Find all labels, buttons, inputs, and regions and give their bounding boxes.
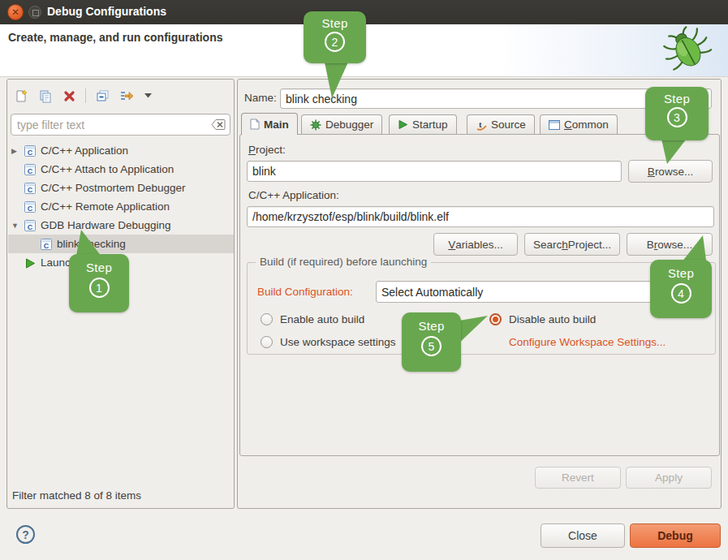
- revert-button[interactable]: Revert: [535, 467, 621, 489]
- filter-configurations-icon[interactable]: [118, 88, 135, 104]
- configurations-tree: ▶ C C/C++ Application C C/C++ Attach to …: [8, 141, 234, 272]
- variables-button[interactable]: Variables...: [433, 233, 518, 256]
- window-title: Debug Configurations: [47, 5, 166, 18]
- svg-text:C: C: [28, 166, 33, 174]
- c-application-icon: C: [41, 239, 52, 250]
- filter-input[interactable]: [17, 117, 204, 132]
- step-label: Step: [69, 261, 129, 274]
- configuration-detail-panel: Name: Main Debugger Startup t Source Com…: [237, 79, 722, 509]
- collapse-all-icon[interactable]: [94, 88, 110, 104]
- window-close-button[interactable]: ✕: [7, 4, 24, 20]
- tree-item-label: C/C++ Postmortem Debugger: [41, 182, 186, 194]
- clear-filter-icon[interactable]: [211, 118, 226, 131]
- svg-text:C: C: [28, 204, 33, 212]
- tree-item-blink-checking[interactable]: C blink checking: [8, 235, 234, 253]
- tab-main[interactable]: Main: [241, 113, 298, 135]
- main-tab-icon: [250, 118, 260, 130]
- tree-item-label: C/C++ Remote Application: [41, 200, 170, 213]
- filter-status: Filter matched 8 of 8 items: [12, 489, 141, 502]
- step-label: Step: [645, 92, 709, 106]
- delete-configuration-icon[interactable]: [61, 88, 77, 104]
- tree-item-gdb-hardware[interactable]: ▼ C GDB Hardware Debugging: [8, 216, 234, 235]
- twistie-collapsed-icon[interactable]: ▶: [11, 147, 24, 155]
- use-workspace-settings-radio[interactable]: [261, 336, 273, 348]
- tab-debugger[interactable]: Debugger: [301, 114, 382, 134]
- tree-item-label: C/C++ Application: [41, 144, 128, 157]
- tab-startup[interactable]: Startup: [389, 114, 457, 134]
- debug-button[interactable]: Debug: [630, 523, 721, 548]
- tab-label: Main: [264, 118, 289, 131]
- window-menu-button[interactable]: [28, 6, 41, 19]
- c-application-icon: C: [24, 220, 36, 231]
- common-tab-icon: [549, 120, 560, 130]
- startup-tab-icon: [398, 119, 408, 130]
- tree-item-cpp-remote[interactable]: C C/C++ Remote Application: [8, 197, 234, 216]
- build-configuration-label: Build Configuration:: [257, 286, 353, 298]
- step-number: 3: [667, 107, 687, 127]
- bug-icon: [651, 24, 724, 76]
- step-3-callout: Step 3: [645, 87, 709, 140]
- search-project-button[interactable]: Search Project...: [524, 233, 620, 256]
- tab-label: Debugger: [325, 118, 373, 131]
- disable-auto-build-radio[interactable]: [489, 313, 502, 325]
- build-group: Build (if required) before launching Bui…: [247, 262, 716, 355]
- project-label: Project:: [248, 144, 286, 156]
- close-button[interactable]: Close: [541, 523, 625, 548]
- step-label: Step: [304, 16, 366, 30]
- c-application-icon: C: [24, 145, 36, 157]
- debug-configurations-dialog: ✕ Debug Configurations Create, manage, a…: [0, 0, 728, 560]
- enable-auto-build-label[interactable]: Enable auto build: [280, 313, 364, 325]
- step-4-callout: Step 4: [650, 260, 712, 318]
- browse-application-button[interactable]: Browse...: [627, 233, 713, 256]
- enable-auto-build-radio[interactable]: [261, 313, 273, 325]
- application-label: C/C++ Application:: [248, 189, 339, 201]
- c-application-icon: C: [24, 164, 36, 175]
- configure-workspace-settings-link[interactable]: Configure Workspace Settings...: [509, 336, 666, 348]
- step-number: 1: [89, 278, 110, 298]
- help-button[interactable]: ?: [16, 525, 35, 544]
- duplicate-configuration-icon[interactable]: [37, 88, 53, 104]
- launch-group-icon: [24, 257, 36, 269]
- project-input[interactable]: [247, 161, 622, 182]
- apply-button[interactable]: Apply: [626, 467, 712, 489]
- filter-menu-caret-icon[interactable]: [143, 88, 153, 104]
- c-application-icon: C: [24, 183, 36, 194]
- name-label: Name:: [244, 92, 277, 104]
- c-application-icon: C: [24, 201, 36, 213]
- svg-text:C: C: [28, 222, 33, 230]
- disable-auto-build-label[interactable]: Disable auto build: [509, 313, 596, 325]
- step-1-callout: Step 1: [69, 254, 129, 312]
- tab-common[interactable]: Common: [540, 114, 618, 134]
- step-5-callout: Step 5: [402, 312, 461, 372]
- svg-text:C: C: [28, 148, 33, 156]
- use-workspace-settings-label[interactable]: Use workspace settings: [280, 336, 396, 348]
- tree-item-label: C/C++ Attach to Application: [41, 163, 174, 175]
- source-tab-icon: t: [476, 119, 487, 131]
- twistie-expanded-icon[interactable]: ▼: [11, 222, 24, 230]
- new-configuration-icon[interactable]: [12, 88, 28, 104]
- tab-label: Source: [491, 118, 526, 131]
- tree-item-label: blink checking: [57, 238, 126, 250]
- application-input[interactable]: [247, 206, 714, 227]
- step-2-callout: Step 2: [304, 11, 366, 63]
- svg-text:C: C: [44, 241, 50, 249]
- tab-source[interactable]: t Source: [467, 114, 535, 134]
- svg-text:t: t: [479, 119, 482, 129]
- step-number: 4: [671, 283, 691, 304]
- main-tab-content: Project: Browse... C/C++ Application: Va…: [239, 134, 720, 456]
- toolbar-separator: [85, 88, 86, 103]
- tree-item-cpp-application[interactable]: ▶ C C/C++ Application: [8, 141, 234, 160]
- banner-title: Create, manage, and run configurations: [8, 31, 223, 44]
- step-number: 2: [325, 32, 345, 52]
- tab-label: Startup: [412, 118, 448, 131]
- tree-item-label: GDB Hardware Debugging: [41, 219, 171, 231]
- browse-project-button[interactable]: Browse...: [628, 160, 713, 183]
- build-group-legend: Build (if required) before launching: [256, 256, 431, 268]
- step-number: 5: [421, 336, 442, 356]
- tree-item-cpp-attach[interactable]: C C/C++ Attach to Application: [8, 160, 234, 179]
- step-label: Step: [650, 266, 712, 280]
- svg-text:C: C: [28, 185, 33, 193]
- tree-item-cpp-postmortem[interactable]: C C/C++ Postmortem Debugger: [8, 179, 234, 197]
- tab-label: Common: [564, 118, 609, 131]
- filter-field: [11, 114, 230, 136]
